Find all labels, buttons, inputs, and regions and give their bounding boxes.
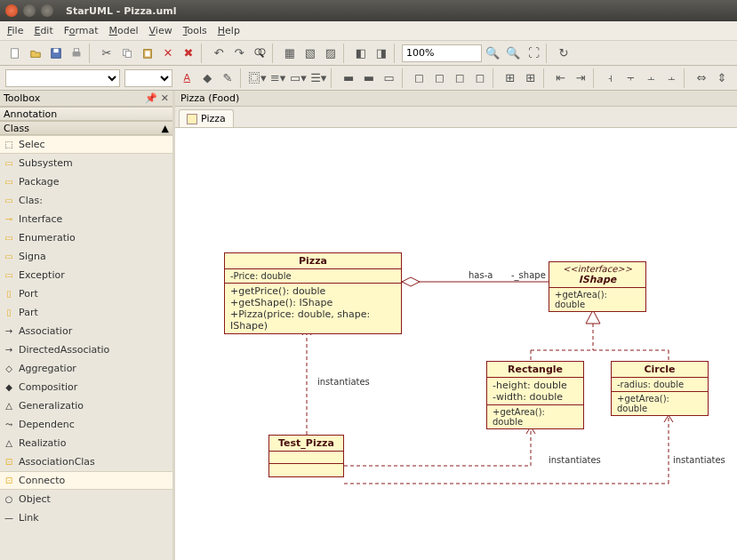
group4-icon[interactable]: ☰▾ <box>308 68 328 88</box>
copy-icon[interactable] <box>117 44 137 63</box>
al-left-icon[interactable]: ⫞ <box>601 68 621 88</box>
group3-icon[interactable]: ▭▾ <box>289 68 308 88</box>
diagram1-icon[interactable]: ▦ <box>280 44 300 63</box>
line-color-icon[interactable]: ✎ <box>218 68 237 88</box>
menu-edit[interactable]: Edit <box>34 25 52 36</box>
space-v-icon[interactable]: ⇕ <box>712 68 732 88</box>
dist2-icon[interactable]: ⇥ <box>571 68 590 88</box>
menu-tools[interactable]: Tools <box>183 25 207 36</box>
tool-subsystem[interactable]: ▭Subsystem <box>0 154 172 172</box>
redo-icon[interactable]: ↷ <box>229 44 249 63</box>
close-panel-icon[interactable]: ✕ <box>161 92 169 104</box>
class-rectangle[interactable]: Rectangle -height: double-width: double … <box>486 361 584 429</box>
save-icon[interactable] <box>46 44 66 63</box>
section-class[interactable]: Class▲ <box>0 121 172 135</box>
dist1-icon[interactable]: ⇤ <box>550 68 570 88</box>
class-circle[interactable]: Circle -radius: double +getArea(): doubl… <box>611 361 709 416</box>
al-top-icon[interactable]: ⫠ <box>642 68 661 88</box>
delete-model-icon[interactable]: ✖ <box>179 44 198 63</box>
palette-icon[interactable]: ◧ <box>351 44 371 63</box>
zoom-input[interactable] <box>402 44 482 62</box>
tool-aggregatior[interactable]: ◇Aggregatior <box>0 359 172 378</box>
tool-icon: ⊸ <box>3 212 15 225</box>
find-icon[interactable] <box>250 44 269 63</box>
new-icon[interactable] <box>5 44 25 63</box>
arrange1-icon[interactable]: ⊞ <box>501 68 520 88</box>
diagram2-icon[interactable]: ▧ <box>300 44 320 63</box>
tool-link[interactable]: —Link <box>0 508 172 527</box>
palette2-icon[interactable]: ◨ <box>372 44 391 63</box>
tool-label: Clas: <box>19 195 43 206</box>
undo-icon[interactable]: ↶ <box>209 44 228 63</box>
tool-exceptior[interactable]: ▭Exceptior <box>0 266 172 284</box>
fill-color-icon[interactable]: ◆ <box>197 68 217 88</box>
layer4-icon[interactable]: ◻ <box>470 68 490 88</box>
tool-dependenc[interactable]: ⤳Dependenc <box>0 415 172 434</box>
tool-object[interactable]: ○Object <box>0 490 172 508</box>
menu-format[interactable]: Format <box>64 25 99 36</box>
menu-file[interactable]: File <box>7 25 23 36</box>
cut-icon[interactable]: ✂ <box>97 44 116 63</box>
diagram3-icon[interactable]: ▨ <box>321 44 340 63</box>
layer1-icon[interactable]: ◻ <box>410 68 429 88</box>
pin-icon[interactable]: 📌 <box>145 92 157 104</box>
zoom-out-icon[interactable]: 🔍 <box>503 44 523 63</box>
font-size-select[interactable] <box>124 69 173 87</box>
rel-inst2: instantiates <box>549 455 601 465</box>
tool-enumeratio[interactable]: ▭Enumeratio <box>0 228 172 247</box>
menu-view[interactable]: View <box>149 25 172 36</box>
tool-icon: ⬚ <box>3 139 15 151</box>
align3-icon[interactable]: ▭ <box>380 68 399 88</box>
menu-help[interactable]: Help <box>218 25 240 36</box>
tool-associationclas[interactable]: ⊡AssociationClas <box>0 452 172 471</box>
fit-icon[interactable]: ⛶ <box>524 44 543 63</box>
paste-icon[interactable] <box>138 44 157 63</box>
align1-icon[interactable]: ▬ <box>339 68 358 88</box>
group1-icon[interactable]: ⿴▾ <box>248 68 268 88</box>
canvas[interactable]: has-a -_shape instantiates instantiates … <box>175 128 737 560</box>
arrange2-icon[interactable]: ⊞ <box>521 68 541 88</box>
space-h-icon[interactable]: ⇔ <box>692 68 711 88</box>
delete-icon[interactable]: ✕ <box>158 44 178 63</box>
tool-icon: ⤳ <box>3 418 15 430</box>
tool-connecto[interactable]: ⊡Connecto <box>0 471 172 490</box>
tab-pizza[interactable]: Pizza <box>179 109 234 127</box>
align2-icon[interactable]: ▬ <box>359 68 379 88</box>
tool-label: Subsystem <box>19 157 73 169</box>
minimize-icon[interactable] <box>23 4 36 17</box>
tool-port[interactable]: ▯Port <box>0 284 172 303</box>
refresh-icon[interactable]: ↻ <box>554 44 573 63</box>
print-icon[interactable] <box>67 44 86 63</box>
maximize-icon[interactable] <box>41 4 53 17</box>
tool-realizatio[interactable]: △Realizatio <box>0 434 172 452</box>
scroll-up-icon[interactable]: ▲ <box>162 123 169 134</box>
al-bot-icon[interactable]: ⫠ <box>662 68 682 88</box>
tool-generalizatio[interactable]: △Generalizatio <box>0 396 172 415</box>
close-icon[interactable] <box>5 4 18 17</box>
zoom-in-icon[interactable]: 🔍 <box>483 44 502 63</box>
class-attr: -Price: double <box>225 269 401 284</box>
class-test-pizza[interactable]: Test_Pizza <box>268 435 344 477</box>
tool-compositior[interactable]: ◆Compositior <box>0 378 172 396</box>
menu-model[interactable]: Model <box>109 25 139 36</box>
al-right-icon[interactable]: ⫟ <box>621 68 641 88</box>
tool-signa[interactable]: ▭Signa <box>0 247 172 266</box>
tool-part[interactable]: ▯Part <box>0 303 172 322</box>
font-select[interactable] <box>5 69 120 87</box>
tool-associatior[interactable]: →Associatior <box>0 322 172 340</box>
tool-directedassociatio[interactable]: →DirectedAssociatio <box>0 340 172 359</box>
open-icon[interactable] <box>26 44 45 63</box>
font-color-icon[interactable]: A <box>177 68 196 88</box>
tool-package[interactable]: ▭Package <box>0 172 172 191</box>
layer3-icon[interactable]: ◻ <box>450 68 469 88</box>
tool-clas[interactable]: ▭Clas: <box>0 191 172 210</box>
class-pizza[interactable]: Pizza -Price: double +getPrice(): double… <box>224 252 402 334</box>
tool-selec[interactable]: ⬚Selec <box>0 135 172 154</box>
section-annotation[interactable]: Annotation <box>0 107 172 121</box>
class-attr: -radius: double <box>612 378 708 392</box>
tool-interface[interactable]: ⊸Interface <box>0 210 172 228</box>
layer2-icon[interactable]: ◻ <box>429 68 449 88</box>
interface-ishape[interactable]: <<interface>>IShape +getArea(): double <box>549 261 646 312</box>
toolbar-format: A ◆ ✎ ⿴▾ ≡▾ ▭▾ ☰▾ ▬ ▬ ▭ ◻ ◻ ◻ ◻ ⊞ ⊞ ⇤ ⇥ … <box>0 66 737 91</box>
group2-icon[interactable]: ≡▾ <box>268 68 288 88</box>
